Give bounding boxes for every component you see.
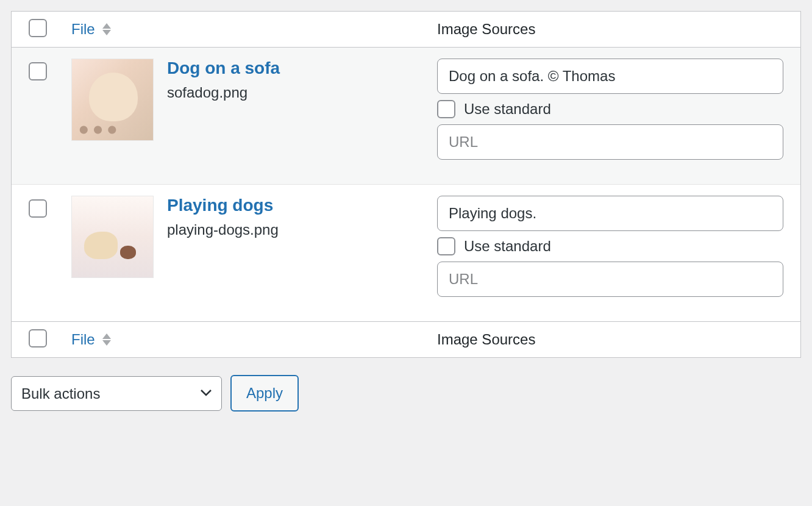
media-thumbnail[interactable] [71, 59, 154, 141]
media-sources-table: File Image Sources Dog on a sofa sofadog… [11, 11, 801, 358]
table-row: Playing dogs playing-dogs.png Use standa… [12, 185, 800, 321]
source-url-input[interactable] [437, 124, 783, 160]
row-checkbox-cell [29, 196, 71, 220]
sort-icon [102, 333, 111, 346]
media-title-link[interactable]: Dog on a sofa [167, 59, 280, 78]
bulk-actions-bar: Bulk actions Apply [11, 375, 801, 412]
media-filename: playing-dogs.png [167, 221, 279, 238]
row-select-checkbox[interactable] [29, 62, 47, 80]
select-all-checkbox-footer[interactable] [29, 329, 47, 347]
table-row: Dog on a sofa sofadog.png Use standard [12, 48, 800, 185]
file-column-label-footer: File [71, 331, 95, 348]
row-file-cell: Playing dogs playing-dogs.png [71, 196, 437, 278]
bulk-action-select-wrap: Bulk actions [11, 376, 222, 411]
use-standard-checkbox[interactable] [437, 100, 455, 118]
media-thumbnail[interactable] [71, 196, 154, 278]
select-all-cell-footer [29, 329, 71, 350]
file-info: Dog on a sofa sofadog.png [167, 59, 280, 101]
file-info: Playing dogs playing-dogs.png [167, 196, 279, 238]
use-standard-row: Use standard [437, 100, 783, 118]
table-header-row: File Image Sources [12, 12, 800, 48]
source-url-input[interactable] [437, 262, 783, 297]
media-filename: sofadog.png [167, 84, 280, 101]
apply-button[interactable]: Apply [230, 375, 299, 412]
sort-icon [102, 23, 111, 35]
svg-marker-3 [102, 340, 111, 346]
row-sources-cell: Use standard [437, 196, 783, 297]
svg-marker-0 [102, 23, 111, 29]
use-standard-label: Use standard [464, 238, 551, 255]
source-text-input[interactable] [437, 59, 783, 94]
select-all-cell [29, 19, 71, 40]
row-checkbox-cell [29, 59, 71, 83]
sources-column-footer: Image Sources [437, 331, 783, 348]
use-standard-label: Use standard [464, 101, 551, 118]
table-footer-row: File Image Sources [12, 321, 800, 357]
bulk-action-select[interactable]: Bulk actions [11, 376, 222, 411]
file-column-footer[interactable]: File [71, 331, 437, 348]
table-body: Dog on a sofa sofadog.png Use standard [12, 48, 800, 321]
sources-column-label: Image Sources [437, 21, 535, 37]
file-column-label: File [71, 21, 95, 38]
row-sources-cell: Use standard [437, 59, 783, 160]
use-standard-checkbox[interactable] [437, 237, 455, 255]
source-text-input[interactable] [437, 196, 783, 231]
svg-marker-1 [102, 30, 111, 35]
media-title-link[interactable]: Playing dogs [167, 196, 279, 215]
row-file-cell: Dog on a sofa sofadog.png [71, 59, 437, 141]
file-column-header[interactable]: File [71, 21, 437, 38]
select-all-checkbox[interactable] [29, 19, 47, 37]
sources-column-header: Image Sources [437, 21, 783, 38]
row-select-checkbox[interactable] [29, 199, 47, 218]
svg-marker-2 [102, 333, 111, 339]
sources-column-label-footer: Image Sources [437, 331, 535, 347]
use-standard-row: Use standard [437, 237, 783, 255]
